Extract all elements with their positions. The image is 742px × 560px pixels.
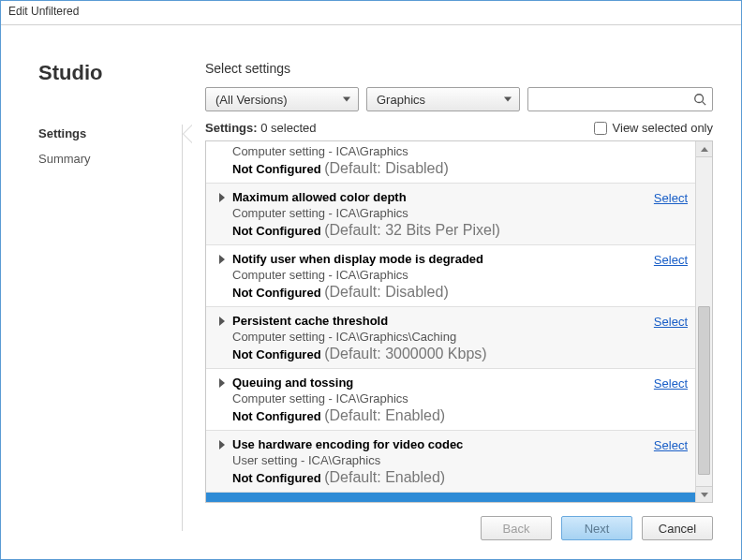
row-title: Queuing and tossing <box>232 375 646 391</box>
row-title: Maximum allowed color depth <box>232 189 646 206</box>
row-state: Not Configured <box>232 224 324 238</box>
row-state-line: Not Configured (Default: Disabled) <box>232 160 688 177</box>
row-state: Not Configured <box>232 162 324 176</box>
select-link[interactable]: Select <box>654 315 688 329</box>
row-state-line: Not Configured (Default: 32 Bits Per Pix… <box>232 222 646 239</box>
row-content: Use hardware encoding for video codecUse… <box>232 436 646 486</box>
select-link[interactable]: Select <box>654 253 688 267</box>
chevron-down-icon <box>343 97 350 102</box>
view-selected-checkbox[interactable] <box>594 122 607 135</box>
version-dropdown[interactable]: (All Versions) <box>205 87 359 111</box>
row-default: (Default: Disabled) <box>324 160 449 176</box>
select-link[interactable]: Select <box>654 500 688 502</box>
expand-icon[interactable] <box>219 378 225 388</box>
settings-row[interactable]: Notify user when display mode is degrade… <box>206 245 695 307</box>
search-icon[interactable] <box>693 93 706 106</box>
back-button[interactable]: Back <box>481 516 552 540</box>
row-subtitle: Computer setting - ICA\Graphics <box>232 205 646 222</box>
settings-row[interactable]: Queuing and tossingComputer setting - IC… <box>206 369 695 431</box>
row-content: Use video codec for compressionUser sett… <box>232 498 646 502</box>
cancel-button[interactable]: Cancel <box>642 516 713 540</box>
row-default: (Default: Enabled) <box>324 407 445 423</box>
titlebar: Edit Unfiltered <box>1 1 741 25</box>
scroll-thumb[interactable] <box>698 306 710 475</box>
status-row: Settings: 0 selected View selected only <box>205 121 713 135</box>
footer: Back Next Cancel <box>205 503 713 540</box>
section-heading: Select settings <box>205 61 713 76</box>
row-title: Notify user when display mode is degrade… <box>232 251 646 268</box>
row-state-line: Not Configured (Default: 3000000 Kbps) <box>232 346 646 362</box>
row-content: Persistent cache thresholdComputer setti… <box>232 313 646 362</box>
nav-item-summary[interactable]: Summary <box>38 146 183 171</box>
category-dropdown[interactable]: Graphics <box>366 87 520 111</box>
row-subtitle: Computer setting - ICA\Graphics <box>232 143 688 160</box>
expand-icon[interactable] <box>219 193 225 202</box>
row-title: Use hardware encoding for video codec <box>232 436 646 453</box>
chevron-up-icon <box>701 147 708 152</box>
row-default: (Default: 3000000 Kbps) <box>324 346 486 361</box>
row-default: (Default: Disabled) <box>324 284 449 300</box>
row-content: Notify user when display mode is degrade… <box>232 251 646 301</box>
svg-line-1 <box>703 102 706 106</box>
row-state: Not Configured <box>232 471 324 485</box>
settings-label: Settings: <box>205 121 258 135</box>
row-default: (Default: 32 Bits Per Pixel) <box>324 222 500 238</box>
settings-list[interactable]: Computer setting - ICA\GraphicsNot Confi… <box>206 141 695 502</box>
sidebar-title: Studio <box>38 61 183 85</box>
row-subtitle: Computer setting - ICA\Graphics\Caching <box>232 329 646 346</box>
settings-count-value: 0 selected <box>260 121 316 135</box>
settings-count: Settings: 0 selected <box>205 121 317 135</box>
settings-row[interactable]: Computer setting - ICA\GraphicsNot Confi… <box>206 141 695 184</box>
expand-icon[interactable] <box>219 317 225 326</box>
category-dropdown-value: Graphics <box>377 93 425 107</box>
chevron-down-icon <box>504 97 512 102</box>
chevron-down-icon <box>701 493 708 497</box>
settings-row[interactable]: Maximum allowed color depthComputer sett… <box>206 184 695 245</box>
view-selected-only[interactable]: View selected only <box>594 121 713 135</box>
row-title: Persistent cache threshold <box>232 313 646 330</box>
row-default: (Default: Enabled) <box>324 469 445 485</box>
row-state: Not Configured <box>232 347 324 361</box>
row-content: Computer setting - ICA\GraphicsNot Confi… <box>232 143 688 177</box>
expand-icon[interactable] <box>219 255 225 264</box>
select-link[interactable]: Select <box>654 376 688 391</box>
row-subtitle: Computer setting - ICA\Graphics <box>232 267 646 284</box>
row-content: Queuing and tossingComputer setting - IC… <box>232 375 646 424</box>
version-dropdown-value: (All Versions) <box>215 93 288 107</box>
view-selected-label: View selected only <box>613 121 713 135</box>
search-input[interactable] <box>536 93 693 107</box>
row-subtitle: User setting - ICA\Graphics <box>232 452 646 469</box>
sidebar: Studio Settings Summary <box>1 25 183 559</box>
window-title: Edit Unfiltered <box>8 5 79 18</box>
nav-item-settings[interactable]: Settings <box>38 121 183 146</box>
settings-row[interactable]: Use video codec for compressionUser sett… <box>206 493 695 502</box>
settings-row[interactable]: Persistent cache thresholdComputer setti… <box>206 307 695 369</box>
row-state-line: Not Configured (Default: Enabled) <box>232 469 646 486</box>
filter-row: (All Versions) Graphics <box>205 87 713 111</box>
select-link[interactable]: Select <box>654 438 688 452</box>
row-state: Not Configured <box>232 409 324 423</box>
settings-list-wrap: Computer setting - ICA\GraphicsNot Confi… <box>205 140 713 503</box>
scroll-down-button[interactable] <box>696 486 712 502</box>
row-state: Not Configured <box>232 286 324 300</box>
select-link[interactable]: Select <box>654 191 688 205</box>
row-state-line: Not Configured (Default: Disabled) <box>232 284 646 301</box>
row-subtitle: Computer setting - ICA\Graphics <box>232 391 646 407</box>
row-state-line: Not Configured (Default: Enabled) <box>232 407 646 424</box>
row-title: Use video codec for compression <box>232 498 646 502</box>
main-panel: Select settings (All Versions) Graphics … <box>183 25 741 559</box>
scrollbar[interactable] <box>695 141 712 502</box>
svg-point-0 <box>695 95 704 103</box>
row-content: Maximum allowed color depthComputer sett… <box>232 189 646 239</box>
sidebar-divider <box>182 125 183 531</box>
settings-row[interactable]: Use hardware encoding for video codecUse… <box>206 431 695 493</box>
content: Studio Settings Summary Select settings … <box>1 25 741 559</box>
search-box[interactable] <box>527 87 713 111</box>
next-button[interactable]: Next <box>561 516 632 540</box>
expand-icon[interactable] <box>219 440 225 449</box>
scroll-up-button[interactable] <box>696 141 712 157</box>
